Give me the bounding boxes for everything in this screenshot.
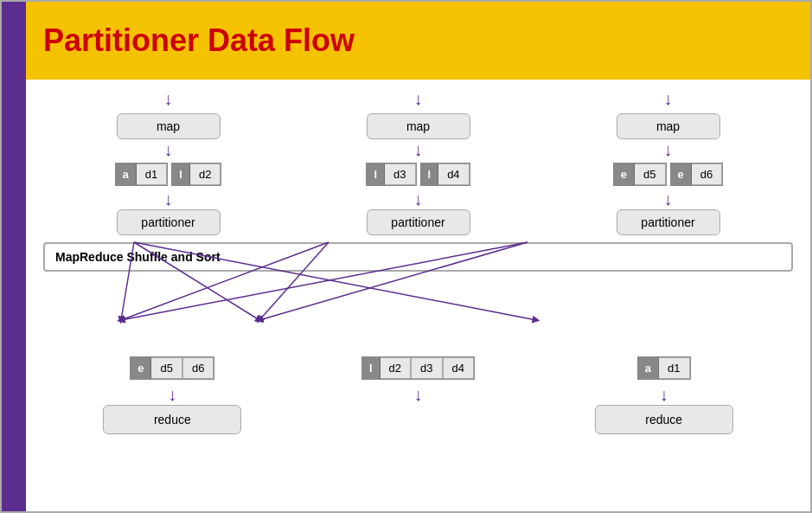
shuffle-kv-a: a d1: [637, 354, 691, 382]
map-box-2: map: [367, 113, 470, 139]
map-col-1: map ↓ a d1 l d2 ↓ partitioner: [82, 113, 255, 235]
partitioner-box-2: partitioner: [367, 209, 470, 235]
shuffle-section: MapReduce Shuffle and Sort: [43, 242, 793, 272]
reduce-box-1: reduce: [103, 405, 241, 434]
map-box-3: map: [617, 113, 720, 139]
shuffle-kv-e: e d5 d6: [130, 354, 214, 382]
map-box-1: map: [117, 113, 221, 139]
header-section: Partitioner Data Flow: [26, 2, 810, 80]
arrow-1: ↓: [82, 88, 255, 109]
kv-row-2: l d3 l d4: [366, 160, 470, 189]
shuffle-title: MapReduce Shuffle and Sort: [55, 250, 221, 264]
shuffle-kv-l: l d2 d3 d4: [361, 354, 475, 382]
partitioner-box-3: partitioner: [617, 209, 720, 235]
slide-title: Partitioner Data Flow: [43, 22, 355, 59]
map-col-2: map ↓ l d3 l d4 ↓ partitioner: [332, 113, 505, 235]
partitioner-box-1: partitioner: [117, 209, 221, 235]
kv-row-1: a d1 l d2: [115, 160, 222, 189]
shuffle-col-a: a d1 ↓ reduce: [595, 354, 733, 434]
arrow-3: ↓: [582, 88, 755, 109]
kv-row-3: e d5 e d6: [613, 160, 723, 189]
shuffle-col-e: e d5 d6 ↓ reduce: [103, 354, 241, 434]
slide-container: Partitioner Data Flow ↓ ↓ ↓ map ↓: [0, 0, 812, 513]
shuffle-rows: e d5 d6 ↓ reduce l d2 d3: [43, 354, 793, 434]
reduce-box-2: reduce: [595, 405, 733, 434]
map-col-3: map ↓ e d5 e d6 ↓ partitioner: [582, 113, 755, 235]
left-bar: [2, 2, 26, 511]
arrow-2: ↓: [332, 88, 505, 109]
content-area: ↓ ↓ ↓ map ↓ a d1 l: [26, 80, 810, 511]
top-arrows-row: ↓ ↓ ↓: [43, 88, 793, 109]
map-columns: map ↓ a d1 l d2 ↓ partitioner map: [43, 113, 793, 235]
shuffle-container: MapReduce Shuffle and Sort: [43, 242, 793, 434]
shuffle-col-l: l d2 d3 d4 ↓: [361, 354, 475, 434]
